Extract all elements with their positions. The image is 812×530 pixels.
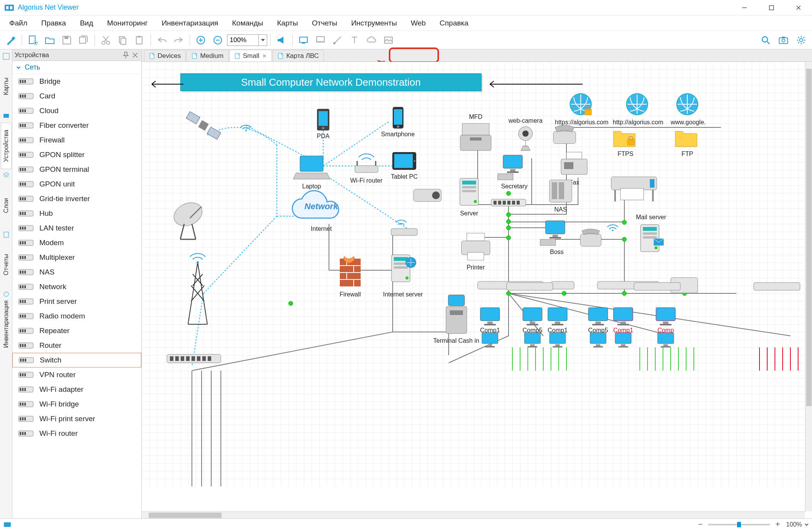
close-tab-icon[interactable]: ✕	[262, 53, 267, 59]
node-ftp[interactable]: FTP	[675, 127, 700, 157]
node-row2-c[interactable]	[547, 332, 568, 347]
node-switch-r2[interactable]	[551, 280, 574, 291]
open-button[interactable]	[42, 32, 58, 48]
search-button[interactable]	[758, 32, 773, 48]
device-item[interactable]: Fiber converter	[12, 118, 141, 133]
sidetab-maps[interactable]: Карты	[1, 63, 12, 110]
node-printer[interactable]: Printer	[458, 232, 493, 271]
device-item[interactable]: Grid-tie inverter	[12, 191, 141, 206]
menu-maps[interactable]: Карты	[272, 17, 303, 30]
horizontal-scrollbar[interactable]	[142, 511, 805, 518]
vertical-scrollbar[interactable]	[805, 62, 812, 511]
device-item[interactable]: Router	[12, 338, 141, 353]
node-compr2[interactable]: Comp	[655, 307, 676, 334]
zoom-in-button[interactable]: +	[774, 520, 781, 529]
menu-file[interactable]: Файл	[4, 17, 33, 30]
device-item[interactable]: Network	[12, 279, 141, 294]
wizard-button[interactable]	[3, 32, 19, 48]
node-server[interactable]: Server	[458, 178, 480, 217]
node-nas[interactable]: NAS	[547, 178, 574, 213]
zoom-combo[interactable]	[227, 34, 267, 46]
device-item[interactable]: Repeater	[12, 323, 141, 338]
node-switch-bank1[interactable]	[507, 282, 553, 292]
node-switch-bank3[interactable]	[754, 282, 800, 292]
node-row2-a[interactable]	[480, 332, 500, 347]
node-smartphone[interactable]: Smartphone	[381, 106, 415, 138]
sidetab-devices[interactable]: Устройства	[1, 123, 12, 169]
node-router[interactable]	[389, 220, 420, 237]
node-row2-e[interactable]	[613, 332, 634, 347]
zoom-out-button[interactable]: −	[697, 520, 704, 529]
devices-list[interactable]: Сеть BridgeCardCloudFiber converterFirew…	[12, 61, 141, 518]
screenshot-button[interactable]	[776, 32, 791, 48]
add-link-button[interactable]	[330, 32, 345, 48]
sidetab-layers-icon[interactable]	[1, 170, 12, 181]
device-item[interactable]: Wi-Fi router	[12, 426, 141, 441]
node-internet-server[interactable]: Internet server	[383, 251, 423, 298]
sidetab-maps-icon[interactable]	[1, 51, 12, 62]
device-item[interactable]: GPON unit	[12, 177, 141, 191]
node-mfd[interactable]: MFD	[458, 112, 493, 154]
device-item[interactable]: GPON splitter	[12, 147, 141, 162]
add-cloud-button[interactable]	[364, 32, 379, 48]
node-mail-server[interactable]: Mail server	[636, 212, 666, 256]
announce-button[interactable]	[274, 32, 289, 48]
device-item[interactable]: Hub	[12, 206, 141, 221]
node-row2-d[interactable]	[588, 332, 609, 347]
node-secretary[interactable]: Secretary	[497, 154, 532, 190]
paste-button[interactable]	[132, 32, 147, 48]
minimize-button[interactable]	[731, 0, 758, 15]
device-item[interactable]: Wi-Fi print server	[12, 411, 141, 426]
node-wifi-router[interactable]: Wi-Fi router	[350, 152, 383, 184]
menu-help[interactable]: Справка	[434, 17, 474, 30]
sidetab-reports[interactable]: Отчеты	[1, 242, 12, 288]
node-tablet[interactable]: Tablet PC	[391, 151, 418, 180]
node-network-cloud[interactable]: NetworkInternet	[288, 193, 354, 232]
node-webcam[interactable]: web-camera	[509, 116, 542, 152]
device-item[interactable]: VPN router	[12, 367, 141, 382]
panel-close-icon[interactable]	[131, 51, 139, 59]
node-boss[interactable]: Boss	[539, 220, 574, 256]
network-map-canvas[interactable]: Small Computer Network Demonstration	[142, 62, 812, 486]
zoom-slider[interactable]	[708, 524, 770, 525]
node-dish[interactable]	[169, 197, 211, 243]
device-item[interactable]: Modem	[12, 235, 141, 250]
device-item[interactable]: Switch	[12, 353, 141, 367]
node-google[interactable]: www.google.	[671, 93, 706, 126]
menu-commands[interactable]: Команды	[227, 17, 269, 30]
undo-button[interactable]	[154, 32, 170, 48]
menu-inventory[interactable]: Инвентаризация	[156, 17, 224, 30]
tab-medium[interactable]: Medium	[186, 50, 228, 61]
sidetab-reports-icon[interactable]	[1, 229, 12, 240]
pin-icon[interactable]	[122, 51, 130, 59]
device-item[interactable]: Bridge	[12, 74, 141, 89]
device-item[interactable]: NAS	[12, 265, 141, 279]
cut-button[interactable]	[98, 32, 114, 48]
device-item[interactable]: Wi-Fi bridge	[12, 397, 141, 411]
chevron-down-icon[interactable]	[804, 522, 809, 527]
add-computer-button[interactable]	[313, 32, 328, 48]
node-terminal[interactable]: Terminal Cash in	[433, 293, 479, 344]
add-text-button[interactable]	[347, 32, 362, 48]
node-wifi-signal-b[interactable]	[605, 216, 620, 232]
node-laptop[interactable]: Laptop	[292, 154, 331, 190]
node-comp1a[interactable]: Comp1	[480, 307, 500, 334]
node-tower[interactable]	[180, 251, 215, 328]
settings-button[interactable]	[793, 32, 809, 48]
node-ftps[interactable]: FTPS	[613, 127, 638, 157]
zoom-input[interactable]	[227, 35, 258, 46]
node-switch-bottom[interactable]	[167, 351, 221, 367]
node-plotter[interactable]	[609, 174, 659, 205]
device-item[interactable]: Firewall	[12, 133, 141, 147]
menu-web[interactable]: Web	[405, 17, 431, 30]
new-button[interactable]	[25, 32, 41, 48]
menu-edit[interactable]: Правка	[36, 17, 71, 30]
device-group[interactable]: Сеть	[12, 61, 141, 74]
add-device-button[interactable]	[296, 32, 311, 48]
device-item[interactable]: Multiplexer	[12, 250, 141, 265]
node-comp5b[interactable]: Comp5	[588, 307, 609, 334]
saveall-button[interactable]	[76, 32, 92, 48]
device-item[interactable]: Print server	[12, 294, 141, 309]
sidetab-inventory[interactable]: Инвентаризация	[1, 301, 12, 347]
zoomin-button[interactable]	[193, 32, 209, 48]
